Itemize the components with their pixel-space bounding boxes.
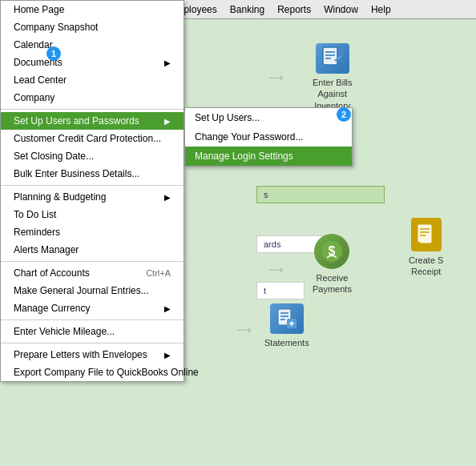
divider-4: [1, 319, 184, 320]
menubar-help[interactable]: Help: [365, 0, 397, 18]
submenu-item-manage-login[interactable]: Manage Login Settings: [185, 147, 352, 166]
create-receipt-icon: [411, 218, 442, 251]
menu-item-closing-date[interactable]: Set Closing Date...: [1, 147, 184, 165]
enter-bills-icon: [316, 43, 349, 74]
menu-item-journal-entries[interactable]: Make General Journal Entries...: [1, 282, 184, 299]
company-dropdown: Home Page Company Snapshot Calendar Docu…: [0, 0, 184, 382]
currency-arrow: ▶: [164, 304, 171, 313]
badge-1: 1: [46, 46, 61, 61]
menu-item-manage-currency[interactable]: Manage Currency ▶: [1, 299, 184, 317]
section-label-bg: s: [256, 186, 385, 203]
svg-rect-13: [418, 224, 432, 243]
t-label: t: [256, 282, 305, 299]
enter-bills-item: Enter BillsAgainstInventory: [313, 43, 353, 111]
menu-item-calendar[interactable]: Calendar: [1, 36, 184, 54]
badge-2: 2: [337, 107, 351, 122]
users-submenu: Set Up Users... Change Your Password... …: [184, 107, 353, 167]
letters-arrow: ▶: [164, 351, 171, 360]
menu-item-company-snapshot[interactable]: Company Snapshot: [1, 18, 184, 36]
menu-item-chart-accounts[interactable]: Chart of Accounts Ctrl+A: [1, 264, 184, 282]
menu-item-reminders[interactable]: Reminders: [1, 223, 184, 241]
menu-item-alerts[interactable]: Alerts Manager: [1, 241, 184, 259]
menu-item-export-qbo[interactable]: Export Company File to QuickBooks Online: [1, 364, 184, 381]
menu-item-vehicle-mileage[interactable]: Enter Vehicle Mileage...: [1, 323, 184, 340]
menu-item-planning[interactable]: Planning & Budgeting ▶: [1, 188, 184, 206]
menu-item-todo[interactable]: To Do List: [1, 206, 184, 223]
menu-item-documents[interactable]: Documents ▶: [1, 54, 184, 71]
planning-arrow: ▶: [164, 193, 171, 202]
arrow-statements: →: [232, 315, 256, 343]
create-receipt-item: Create SReceipt: [409, 218, 443, 278]
menubar-window[interactable]: Window: [317, 0, 365, 18]
menu-item-home-page[interactable]: Home Page: [1, 1, 184, 18]
divider-5: [1, 343, 184, 343]
menubar-banking[interactable]: Banking: [224, 0, 271, 18]
divider-3: [1, 261, 184, 262]
setup-users-arrow: ▶: [164, 117, 171, 126]
menu-item-company[interactable]: Company: [1, 89, 184, 106]
divider-2: [1, 185, 184, 186]
menu-item-bulk-enter[interactable]: Bulk Enter Business Details...: [1, 165, 184, 183]
menu-item-letters[interactable]: Prepare Letters with Envelopes ▶: [1, 346, 184, 364]
divider-1: [1, 109, 184, 110]
receive-payments-icon: $: [314, 234, 349, 269]
menubar-reports[interactable]: Reports: [271, 0, 317, 18]
statements-item: Statements: [264, 303, 309, 348]
documents-arrow: ▶: [164, 58, 171, 67]
svg-rect-0: [323, 47, 337, 65]
receive-payments-item: $ ReceivePayments: [313, 234, 352, 295]
menu-item-setup-users[interactable]: Set Up Users and Passwords ▶: [1, 112, 184, 130]
arrow-receive-payments: →: [264, 255, 288, 283]
statements-icon: [270, 303, 304, 334]
menu-item-lead-center[interactable]: Lead Center: [1, 71, 184, 89]
menu-item-credit-card[interactable]: Customer Credit Card Protection...: [1, 130, 184, 147]
arrow-enter-bills: →: [264, 63, 288, 90]
submenu-item-change-password[interactable]: Change Your Password...: [185, 127, 352, 147]
submenu-item-setup-users[interactable]: Set Up Users...: [185, 108, 352, 127]
